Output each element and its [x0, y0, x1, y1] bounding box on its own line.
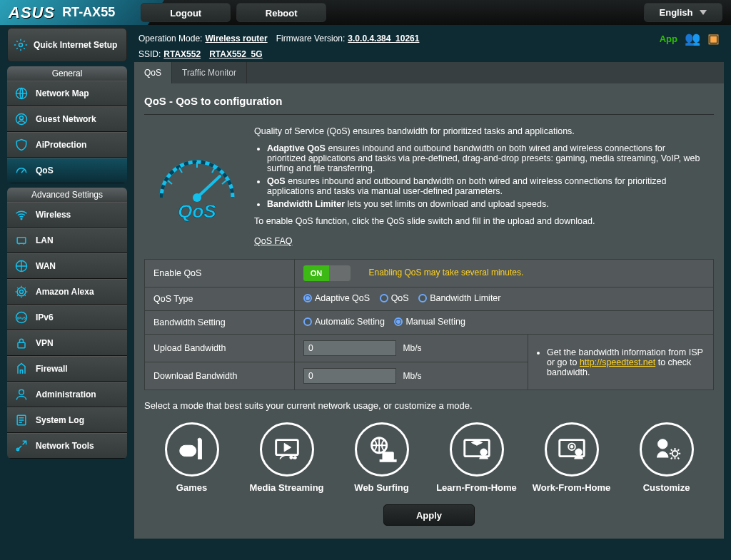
- radio-qos[interactable]: QoS: [380, 293, 409, 303]
- qis-label: Quick Internet Setup: [34, 40, 117, 50]
- mode-instruction: Select a mode that best suits your curre…: [144, 400, 714, 411]
- sidebar-item-label: Firewall: [36, 364, 68, 374]
- radio-dot-icon: [303, 294, 312, 302]
- bandwidth-setting-label: Bandwidth Setting: [145, 311, 295, 335]
- logout-button[interactable]: Logout: [141, 3, 231, 22]
- apply-button[interactable]: Apply: [383, 504, 475, 526]
- op-mode-label: Operation Mode:: [138, 34, 202, 44]
- svg-rect-32: [380, 459, 396, 462]
- speedtest-link[interactable]: http://speedtest.net: [580, 357, 655, 367]
- enable-qos-toggle[interactable]: ON: [303, 265, 351, 281]
- sidebar-item-label: Administration: [36, 390, 96, 399]
- svg-point-37: [570, 445, 573, 448]
- mode-customize[interactable]: Customize: [622, 422, 711, 493]
- gamepad-icon: [176, 433, 208, 466]
- globe-icon: [14, 259, 29, 273]
- svg-rect-24: [198, 440, 201, 459]
- sidebar-item-qos[interactable]: QoS: [7, 158, 127, 183]
- sidebar-item-vpn[interactable]: VPN: [7, 330, 127, 356]
- mode-web-surfing[interactable]: Web Surfing: [337, 422, 426, 493]
- page-title: QoS - QoS to configuration: [144, 95, 714, 107]
- svg-line-15: [168, 180, 172, 184]
- ssid-label: SSID:: [138, 49, 161, 59]
- bullet-qos: QoS ensures inbound and outbound bandwid…: [267, 176, 704, 196]
- chevron-down-icon: [700, 10, 707, 15]
- svg-text:QoS: QoS: [178, 200, 216, 222]
- sidebar-item-wan[interactable]: WAN: [7, 253, 127, 279]
- svg-point-28: [289, 457, 292, 459]
- svg-point-12: [19, 390, 24, 394]
- sidebar-item-label: VPN: [36, 338, 54, 348]
- quick-internet-setup-button[interactable]: Quick Internet Setup: [7, 28, 127, 62]
- sidebar-item-label: Wireless: [36, 210, 71, 220]
- svg-rect-5: [17, 238, 26, 243]
- sidebar-item-label: Network Tools: [36, 441, 94, 451]
- clients-icon[interactable]: 👥: [685, 31, 700, 46]
- mode-media-streaming[interactable]: Media Streaming: [242, 422, 331, 493]
- op-mode-link[interactable]: Wireless router: [205, 34, 267, 44]
- app-link[interactable]: App: [660, 34, 677, 44]
- bullet-bandwidth-limiter: Bandwidth Limiter lets you set limits on…: [267, 199, 704, 209]
- sidebar-item-label: WAN: [36, 261, 56, 271]
- sidebar-item-label: QoS: [36, 166, 54, 175]
- reboot-button[interactable]: Reboot: [236, 3, 326, 22]
- sidebar-item-label: Guest Network: [36, 114, 96, 124]
- radio-manual-setting[interactable]: Manual Setting: [394, 317, 465, 327]
- fw-link[interactable]: 3.0.0.4.384_10261: [348, 34, 419, 44]
- ipv6-icon: IPv6: [14, 310, 29, 325]
- tools-icon: [14, 439, 29, 453]
- download-bandwidth-input[interactable]: [303, 368, 396, 384]
- svg-rect-31: [382, 452, 393, 460]
- usb-icon[interactable]: ▣: [707, 31, 720, 46]
- tab-traffic-monitor[interactable]: Traffic Monitor: [172, 62, 247, 83]
- radio-adaptive-qos[interactable]: Adaptive QoS: [303, 293, 370, 303]
- unit-label: Mb/s: [403, 343, 421, 353]
- mode-learn-from-home[interactable]: Learn-From-Home: [432, 422, 521, 493]
- svg-point-4: [21, 218, 22, 220]
- radio-dot-icon: [303, 317, 312, 326]
- qos-faq-link[interactable]: QoS FAQ: [254, 236, 293, 246]
- log-icon: [14, 413, 29, 427]
- sidebar-item-wireless[interactable]: Wireless: [7, 202, 127, 228]
- mode-work-from-home[interactable]: Work-From-Home: [527, 422, 616, 493]
- svg-line-21: [197, 176, 220, 198]
- mode-games[interactable]: Games: [147, 422, 236, 493]
- enable-instruction: To enable QoS function, click the QoS sl…: [254, 216, 704, 226]
- firewall-icon: [14, 362, 29, 376]
- sidebar-item-ipv6[interactable]: IPv6 IPv6: [7, 305, 127, 330]
- sidebar-item-network-tools[interactable]: Network Tools: [7, 433, 127, 459]
- sidebar-item-lan[interactable]: LAN: [7, 228, 127, 253]
- svg-line-18: [212, 168, 215, 173]
- tab-qos[interactable]: QoS: [134, 62, 172, 83]
- download-bandwidth-label: Download Bandwidth: [145, 362, 295, 390]
- bullet-adaptive: Adaptive QoS ensures inbound and outboun…: [267, 143, 704, 173]
- svg-point-7: [20, 290, 24, 294]
- sidebar-item-aiprotection[interactable]: AiProtection: [7, 132, 127, 158]
- globe-icon: [14, 86, 29, 101]
- radio-dot-icon: [394, 317, 403, 326]
- toggle-on-label: ON: [303, 265, 329, 281]
- svg-point-38: [575, 449, 582, 456]
- upload-bandwidth-label: Upload Bandwidth: [145, 335, 295, 362]
- svg-point-39: [657, 439, 667, 449]
- sidebar-item-guest-network[interactable]: Guest Network: [7, 106, 127, 132]
- ssid-1[interactable]: RTAX552: [163, 49, 201, 59]
- admin-icon: [14, 387, 29, 402]
- qos-type-label: QoS Type: [145, 287, 295, 311]
- radio-bandwidth-limiter[interactable]: Bandwidth Limiter: [418, 293, 500, 303]
- upload-bandwidth-input[interactable]: [303, 340, 396, 356]
- work-icon: [555, 433, 588, 466]
- sidebar-item-system-log[interactable]: System Log: [7, 407, 127, 433]
- svg-point-29: [293, 457, 296, 459]
- sidebar-item-alexa[interactable]: Amazon Alexa: [7, 279, 127, 305]
- language-dropdown[interactable]: English: [644, 3, 722, 22]
- sidebar-item-administration[interactable]: Administration: [7, 382, 127, 407]
- top-banner: ASUS RT-AX55 Logout Reboot English: [0, 0, 731, 25]
- radio-automatic-setting[interactable]: Automatic Setting: [303, 317, 385, 327]
- general-heading: General: [7, 66, 127, 81]
- ssid-2[interactable]: RTAX552_5G: [209, 49, 262, 59]
- sidebar-item-network-map[interactable]: Network Map: [7, 81, 127, 106]
- web-icon: [366, 433, 398, 466]
- sidebar-item-firewall[interactable]: Firewall: [7, 356, 127, 382]
- svg-point-0: [19, 44, 23, 47]
